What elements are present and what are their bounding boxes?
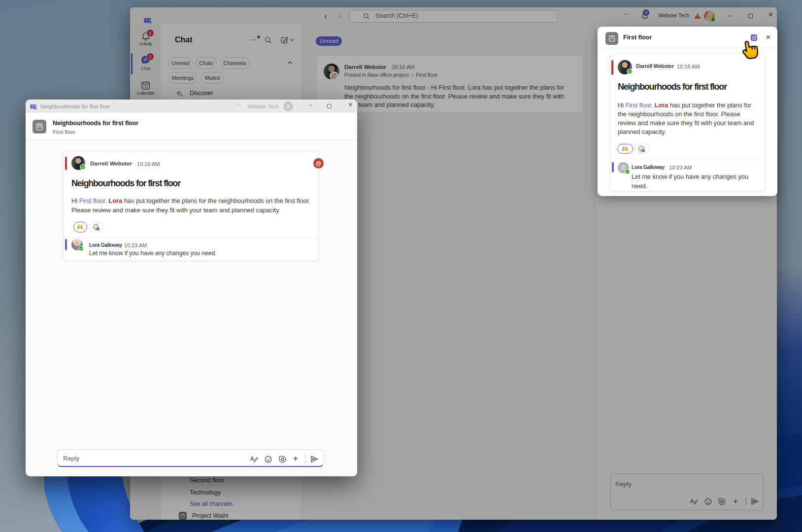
svg-text:A: A bbox=[250, 456, 254, 462]
svg-text:T: T bbox=[32, 105, 33, 108]
